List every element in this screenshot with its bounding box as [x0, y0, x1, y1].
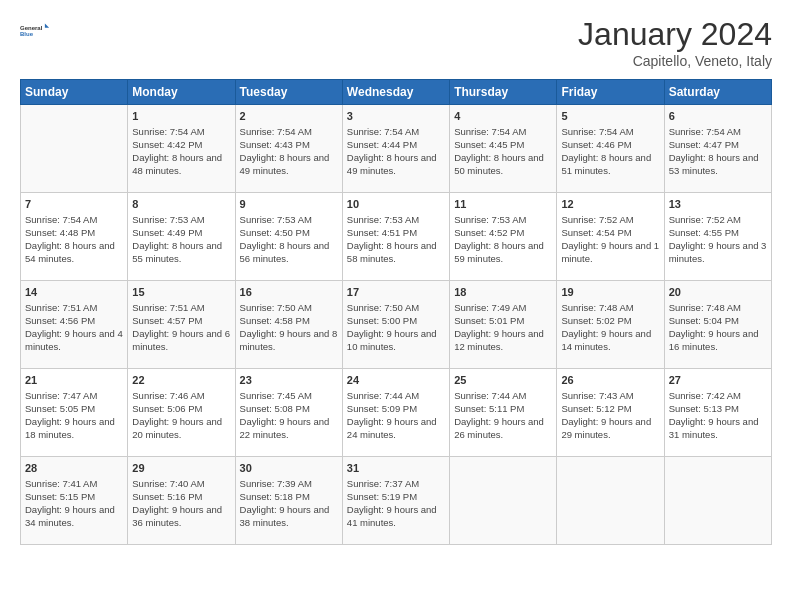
calendar-cell: 31Sunrise: 7:37 AM Sunset: 5:19 PM Dayli…	[342, 457, 449, 545]
calendar-cell: 21Sunrise: 7:47 AM Sunset: 5:05 PM Dayli…	[21, 369, 128, 457]
month-title: January 2024	[578, 16, 772, 53]
day-content: Sunrise: 7:39 AM Sunset: 5:18 PM Dayligh…	[240, 478, 338, 529]
day-number: 8	[132, 197, 230, 212]
calendar-cell: 28Sunrise: 7:41 AM Sunset: 5:15 PM Dayli…	[21, 457, 128, 545]
day-number: 12	[561, 197, 659, 212]
calendar-cell	[557, 457, 664, 545]
location-subtitle: Capitello, Veneto, Italy	[578, 53, 772, 69]
weekday-header: Monday	[128, 80, 235, 105]
day-number: 11	[454, 197, 552, 212]
calendar-cell: 22Sunrise: 7:46 AM Sunset: 5:06 PM Dayli…	[128, 369, 235, 457]
calendar-cell: 29Sunrise: 7:40 AM Sunset: 5:16 PM Dayli…	[128, 457, 235, 545]
day-number: 24	[347, 373, 445, 388]
day-content: Sunrise: 7:53 AM Sunset: 4:52 PM Dayligh…	[454, 214, 552, 265]
weekday-header: Friday	[557, 80, 664, 105]
calendar-cell	[450, 457, 557, 545]
day-number: 26	[561, 373, 659, 388]
day-number: 30	[240, 461, 338, 476]
day-content: Sunrise: 7:41 AM Sunset: 5:15 PM Dayligh…	[25, 478, 123, 529]
day-number: 1	[132, 109, 230, 124]
calendar-cell: 9Sunrise: 7:53 AM Sunset: 4:50 PM Daylig…	[235, 193, 342, 281]
calendar-cell: 16Sunrise: 7:50 AM Sunset: 4:58 PM Dayli…	[235, 281, 342, 369]
day-content: Sunrise: 7:43 AM Sunset: 5:12 PM Dayligh…	[561, 390, 659, 441]
day-content: Sunrise: 7:50 AM Sunset: 5:00 PM Dayligh…	[347, 302, 445, 353]
day-content: Sunrise: 7:50 AM Sunset: 4:58 PM Dayligh…	[240, 302, 338, 353]
day-content: Sunrise: 7:54 AM Sunset: 4:45 PM Dayligh…	[454, 126, 552, 177]
day-content: Sunrise: 7:54 AM Sunset: 4:46 PM Dayligh…	[561, 126, 659, 177]
day-number: 17	[347, 285, 445, 300]
day-content: Sunrise: 7:47 AM Sunset: 5:05 PM Dayligh…	[25, 390, 123, 441]
day-number: 15	[132, 285, 230, 300]
logo: GeneralBlue	[20, 16, 50, 46]
svg-text:General: General	[20, 25, 43, 31]
day-number: 7	[25, 197, 123, 212]
calendar-cell: 15Sunrise: 7:51 AM Sunset: 4:57 PM Dayli…	[128, 281, 235, 369]
calendar-cell: 4Sunrise: 7:54 AM Sunset: 4:45 PM Daylig…	[450, 105, 557, 193]
weekday-header: Wednesday	[342, 80, 449, 105]
calendar-cell: 14Sunrise: 7:51 AM Sunset: 4:56 PM Dayli…	[21, 281, 128, 369]
calendar-cell: 11Sunrise: 7:53 AM Sunset: 4:52 PM Dayli…	[450, 193, 557, 281]
day-number: 29	[132, 461, 230, 476]
calendar-cell: 19Sunrise: 7:48 AM Sunset: 5:02 PM Dayli…	[557, 281, 664, 369]
calendar-cell: 2Sunrise: 7:54 AM Sunset: 4:43 PM Daylig…	[235, 105, 342, 193]
day-number: 3	[347, 109, 445, 124]
day-content: Sunrise: 7:53 AM Sunset: 4:49 PM Dayligh…	[132, 214, 230, 265]
day-number: 6	[669, 109, 767, 124]
svg-text:Blue: Blue	[20, 31, 34, 37]
calendar-cell: 5Sunrise: 7:54 AM Sunset: 4:46 PM Daylig…	[557, 105, 664, 193]
calendar-table: SundayMondayTuesdayWednesdayThursdayFrid…	[20, 79, 772, 545]
day-content: Sunrise: 7:54 AM Sunset: 4:44 PM Dayligh…	[347, 126, 445, 177]
svg-marker-2	[45, 24, 49, 28]
day-number: 14	[25, 285, 123, 300]
calendar-cell: 25Sunrise: 7:44 AM Sunset: 5:11 PM Dayli…	[450, 369, 557, 457]
title-block: January 2024 Capitello, Veneto, Italy	[578, 16, 772, 69]
calendar-cell	[21, 105, 128, 193]
day-number: 9	[240, 197, 338, 212]
day-content: Sunrise: 7:45 AM Sunset: 5:08 PM Dayligh…	[240, 390, 338, 441]
day-content: Sunrise: 7:51 AM Sunset: 4:56 PM Dayligh…	[25, 302, 123, 353]
calendar-cell: 23Sunrise: 7:45 AM Sunset: 5:08 PM Dayli…	[235, 369, 342, 457]
day-number: 18	[454, 285, 552, 300]
day-content: Sunrise: 7:46 AM Sunset: 5:06 PM Dayligh…	[132, 390, 230, 441]
day-content: Sunrise: 7:49 AM Sunset: 5:01 PM Dayligh…	[454, 302, 552, 353]
day-content: Sunrise: 7:40 AM Sunset: 5:16 PM Dayligh…	[132, 478, 230, 529]
calendar-cell	[664, 457, 771, 545]
calendar-cell: 8Sunrise: 7:53 AM Sunset: 4:49 PM Daylig…	[128, 193, 235, 281]
calendar-cell: 24Sunrise: 7:44 AM Sunset: 5:09 PM Dayli…	[342, 369, 449, 457]
day-content: Sunrise: 7:44 AM Sunset: 5:09 PM Dayligh…	[347, 390, 445, 441]
day-number: 5	[561, 109, 659, 124]
day-number: 27	[669, 373, 767, 388]
day-number: 13	[669, 197, 767, 212]
weekday-header: Saturday	[664, 80, 771, 105]
calendar-cell: 18Sunrise: 7:49 AM Sunset: 5:01 PM Dayli…	[450, 281, 557, 369]
weekday-header: Sunday	[21, 80, 128, 105]
calendar-cell: 3Sunrise: 7:54 AM Sunset: 4:44 PM Daylig…	[342, 105, 449, 193]
calendar-cell: 6Sunrise: 7:54 AM Sunset: 4:47 PM Daylig…	[664, 105, 771, 193]
calendar-cell: 12Sunrise: 7:52 AM Sunset: 4:54 PM Dayli…	[557, 193, 664, 281]
day-number: 19	[561, 285, 659, 300]
day-number: 22	[132, 373, 230, 388]
weekday-header: Thursday	[450, 80, 557, 105]
logo-icon: GeneralBlue	[20, 16, 50, 46]
calendar-cell: 17Sunrise: 7:50 AM Sunset: 5:00 PM Dayli…	[342, 281, 449, 369]
day-number: 31	[347, 461, 445, 476]
day-content: Sunrise: 7:42 AM Sunset: 5:13 PM Dayligh…	[669, 390, 767, 441]
day-content: Sunrise: 7:44 AM Sunset: 5:11 PM Dayligh…	[454, 390, 552, 441]
calendar-cell: 30Sunrise: 7:39 AM Sunset: 5:18 PM Dayli…	[235, 457, 342, 545]
day-content: Sunrise: 7:52 AM Sunset: 4:54 PM Dayligh…	[561, 214, 659, 265]
day-number: 25	[454, 373, 552, 388]
day-content: Sunrise: 7:48 AM Sunset: 5:04 PM Dayligh…	[669, 302, 767, 353]
calendar-cell: 20Sunrise: 7:48 AM Sunset: 5:04 PM Dayli…	[664, 281, 771, 369]
day-number: 2	[240, 109, 338, 124]
calendar-cell: 13Sunrise: 7:52 AM Sunset: 4:55 PM Dayli…	[664, 193, 771, 281]
weekday-header: Tuesday	[235, 80, 342, 105]
calendar-cell: 26Sunrise: 7:43 AM Sunset: 5:12 PM Dayli…	[557, 369, 664, 457]
calendar-cell: 27Sunrise: 7:42 AM Sunset: 5:13 PM Dayli…	[664, 369, 771, 457]
day-content: Sunrise: 7:51 AM Sunset: 4:57 PM Dayligh…	[132, 302, 230, 353]
day-content: Sunrise: 7:53 AM Sunset: 4:51 PM Dayligh…	[347, 214, 445, 265]
day-content: Sunrise: 7:54 AM Sunset: 4:42 PM Dayligh…	[132, 126, 230, 177]
day-number: 23	[240, 373, 338, 388]
calendar-cell: 7Sunrise: 7:54 AM Sunset: 4:48 PM Daylig…	[21, 193, 128, 281]
day-number: 10	[347, 197, 445, 212]
day-number: 20	[669, 285, 767, 300]
